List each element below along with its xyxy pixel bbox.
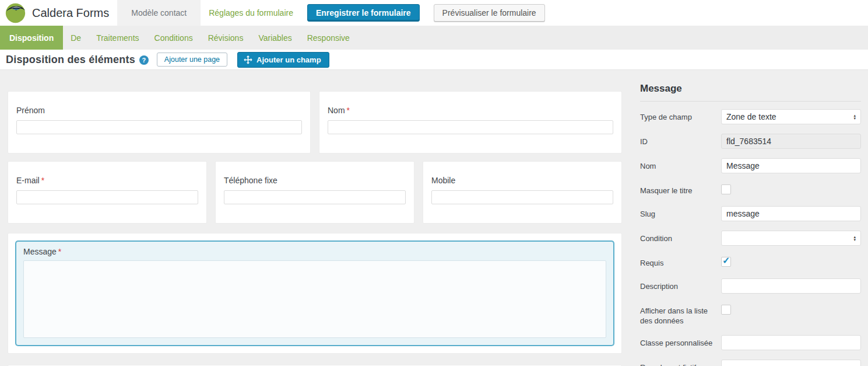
tab-revisions[interactable]: Révisions bbox=[201, 26, 251, 50]
tab-disposition[interactable]: Disposition bbox=[0, 26, 63, 50]
setting-label: Classe personnalisée bbox=[640, 335, 721, 348]
tab-de[interactable]: De bbox=[63, 26, 89, 50]
setting-row-masquer: Masquer le titre bbox=[640, 183, 861, 197]
setting-row-remplacant: Remplaçant fictif bbox=[640, 360, 861, 366]
setting-row-nom: Nom bbox=[640, 158, 861, 173]
tab-responsive[interactable]: Responsive bbox=[300, 26, 357, 50]
slug-input[interactable] bbox=[721, 206, 861, 221]
condition-select[interactable]: ▴▾ bbox=[721, 231, 861, 246]
setting-label: Type de champ bbox=[640, 109, 721, 122]
save-form-button[interactable]: Enregistrer le formulaire bbox=[307, 4, 420, 22]
setting-row-id: ID bbox=[640, 134, 861, 149]
field-type-select[interactable]: Zone de texte ▴▾ bbox=[721, 109, 861, 124]
workspace: Prénom Nom* E-mail* Téléphone fixe bbox=[0, 70, 868, 366]
topbar: Caldera Forms Modèle contact Réglages du… bbox=[0, 0, 868, 26]
tab-conditions[interactable]: Conditions bbox=[147, 26, 201, 50]
required-marker: * bbox=[41, 176, 44, 185]
setting-row-classe: Classe personnalisée bbox=[640, 335, 861, 350]
setting-row-description: Description bbox=[640, 278, 861, 294]
field-card-mobile[interactable]: Mobile bbox=[423, 161, 622, 224]
field-label: Mobile bbox=[431, 176, 613, 185]
tab-variables[interactable]: Variables bbox=[251, 26, 299, 50]
setting-label: Requis bbox=[640, 255, 721, 268]
setting-row-slug: Slug bbox=[640, 206, 861, 221]
field-preview-input bbox=[328, 120, 613, 134]
layout-header: Disposition des éléments ? Ajouter une p… bbox=[0, 50, 868, 70]
setting-label: Masquer le titre bbox=[640, 183, 721, 196]
setting-label: Remplaçant fictif bbox=[640, 360, 721, 366]
field-card-message[interactable]: Message* bbox=[8, 233, 622, 354]
field-label: Message* bbox=[23, 247, 606, 256]
settings-title: Message bbox=[640, 83, 861, 102]
custom-class-input[interactable] bbox=[721, 335, 861, 350]
tab-traitements[interactable]: Traitements bbox=[89, 26, 146, 50]
preview-form-button[interactable]: Prévisualiser le formulaire bbox=[434, 4, 545, 22]
form-settings-link[interactable]: Réglages du formulaire bbox=[201, 8, 301, 18]
move-icon bbox=[244, 55, 252, 64]
field-preview-textarea bbox=[23, 260, 606, 338]
canvas-row-2: E-mail* Téléphone fixe Mobile bbox=[8, 161, 622, 224]
layout-title: Disposition des éléments bbox=[6, 54, 135, 66]
required-checkbox[interactable]: ✓ bbox=[721, 257, 731, 267]
field-settings-panel: Message Type de champ Zone de texte ▴▾ I… bbox=[632, 83, 861, 366]
field-label: Nom* bbox=[328, 106, 613, 115]
app-title: Caldera Forms bbox=[32, 6, 109, 20]
setting-row-afficher: Afficher dans la liste des données bbox=[640, 303, 861, 326]
setting-row-condition: Condition ▴▾ bbox=[640, 231, 861, 246]
caldera-forms-logo bbox=[5, 2, 26, 24]
select-value: Zone de texte bbox=[726, 112, 776, 121]
field-preview-input bbox=[224, 190, 406, 204]
field-card-nom[interactable]: Nom* bbox=[319, 91, 622, 154]
placeholder-input[interactable] bbox=[721, 360, 861, 366]
add-page-button[interactable]: Ajouter une page bbox=[157, 53, 227, 67]
add-field-button[interactable]: Ajouter un champ bbox=[237, 52, 329, 68]
required-marker: * bbox=[347, 106, 350, 115]
field-label: E-mail* bbox=[16, 176, 198, 185]
required-marker: * bbox=[58, 247, 61, 256]
field-card-email[interactable]: E-mail* bbox=[8, 161, 207, 224]
field-label: Prénom bbox=[16, 106, 302, 115]
select-arrows-icon: ▴▾ bbox=[853, 235, 856, 242]
description-input[interactable] bbox=[721, 278, 861, 294]
setting-label: ID bbox=[640, 134, 721, 147]
setting-label: Nom bbox=[640, 158, 721, 171]
canvas-row-3: Message* bbox=[8, 233, 622, 354]
builder-nav: Disposition De Traitements Conditions Ré… bbox=[0, 26, 868, 50]
caldera-forms-builder: Caldera Forms Modèle contact Réglages du… bbox=[0, 0, 868, 366]
setting-label: Afficher dans la liste des données bbox=[640, 303, 721, 326]
show-in-entry-list-checkbox[interactable] bbox=[721, 305, 731, 315]
setting-label: Slug bbox=[640, 206, 721, 219]
field-card-telephone[interactable]: Téléphone fixe bbox=[215, 161, 414, 224]
setting-label: Condition bbox=[640, 231, 721, 243]
field-name-input[interactable] bbox=[721, 158, 861, 173]
add-field-label: Ajouter un champ bbox=[256, 55, 321, 64]
select-arrows-icon: ▴▾ bbox=[853, 114, 856, 120]
field-preview-input bbox=[16, 120, 302, 134]
field-preview-input bbox=[431, 190, 613, 204]
hide-label-checkbox[interactable] bbox=[721, 184, 731, 194]
setting-label: Description bbox=[640, 278, 721, 291]
field-label: Téléphone fixe bbox=[224, 176, 406, 185]
field-preview-input bbox=[16, 190, 198, 204]
canvas-row-1: Prénom Nom* bbox=[8, 91, 622, 154]
setting-row-type: Type de champ Zone de texte ▴▾ bbox=[640, 109, 861, 124]
selected-field-message[interactable]: Message* bbox=[16, 241, 614, 346]
field-id-input bbox=[721, 134, 861, 149]
form-name-tab[interactable]: Modèle contact bbox=[117, 0, 201, 26]
field-card-prenom[interactable]: Prénom bbox=[8, 91, 311, 154]
setting-row-requis: Requis ✓ bbox=[640, 255, 861, 269]
help-icon[interactable]: ? bbox=[139, 55, 149, 65]
form-canvas: Prénom Nom* E-mail* Téléphone fixe bbox=[8, 91, 622, 366]
